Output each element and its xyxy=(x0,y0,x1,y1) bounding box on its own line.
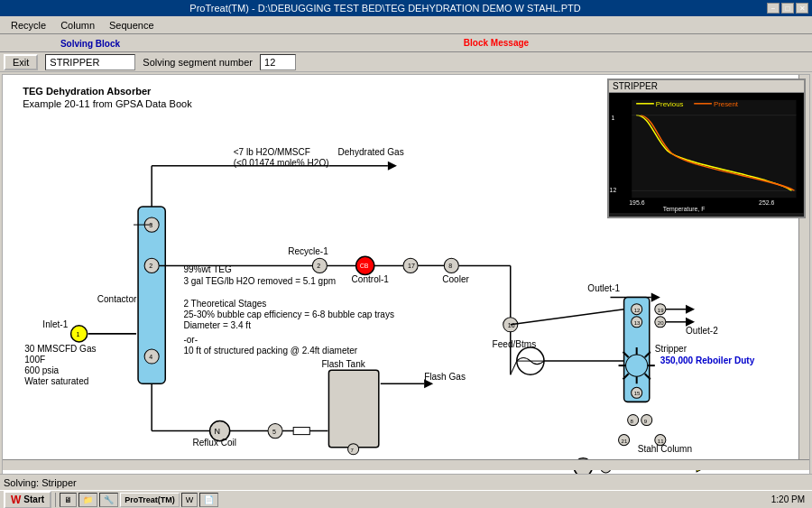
svg-text:2: 2 xyxy=(149,263,152,269)
svg-text:12: 12 xyxy=(634,308,641,313)
stages-3: Diameter = 3.4 ft xyxy=(183,320,251,330)
toolbar: Solving Block Block Message xyxy=(0,34,812,52)
stripper-chart-inner: Previous Present 1 12 195.6 252.6 Temper… xyxy=(609,93,804,213)
svg-text:5: 5 xyxy=(272,429,276,435)
svg-text:15: 15 xyxy=(634,391,641,396)
taskbar-app-2[interactable]: 📁 xyxy=(78,493,97,507)
svg-text:1: 1 xyxy=(612,115,615,121)
diagram-title-1: TEG Dehydration Absorber xyxy=(23,86,152,97)
svg-text:21: 21 xyxy=(622,439,628,444)
reflux-coil-label: Reflux Coil xyxy=(192,438,236,448)
diagram-area: TEG Dehydration Absorber Example 20-11 f… xyxy=(2,74,810,489)
svg-text:4: 4 xyxy=(149,354,152,360)
taskbar-app-5[interactable]: 📄 xyxy=(199,493,218,507)
title-bar-buttons: − □ ✕ xyxy=(767,3,808,14)
svg-text:Previous: Previous xyxy=(656,100,684,108)
title-bar: ProTreat(TM) - D:\DEBUGGING TEST BED\TEG… xyxy=(0,0,812,16)
svg-text:CB: CB xyxy=(360,263,369,269)
svg-text:2: 2 xyxy=(317,263,320,269)
minimize-button[interactable]: − xyxy=(767,3,780,14)
flash-tank-label: Flash Tank xyxy=(321,359,365,369)
svg-text:3: 3 xyxy=(149,222,152,228)
stages-4: 10 ft of structured packing @ 2.4ft diam… xyxy=(183,346,357,356)
stripper-chart-title: STRIPPER xyxy=(609,80,804,93)
recycle1-label: Recycle-1 xyxy=(288,246,328,256)
stages-2: 25-30% bubble cap efficiency = 6-8 bubbl… xyxy=(183,309,394,319)
inlet-spec-4: Water saturated xyxy=(24,376,88,386)
reboiler-label: 350,000 Reboiler Duty xyxy=(660,356,755,365)
horizontal-scrollbar[interactable] xyxy=(3,459,809,470)
outlet2-label: Outlet-2 xyxy=(686,326,718,336)
stripper-field: STRIPPER xyxy=(45,54,135,70)
svg-text:20: 20 xyxy=(658,320,664,326)
taskbar: W Start 🖥 📁 🔧 ProTreat(TM) W 📄 1:20 PM xyxy=(0,490,812,508)
svg-text:13: 13 xyxy=(634,320,641,326)
exit-button[interactable]: Exit xyxy=(4,54,38,70)
flash-tank-vessel xyxy=(328,370,378,448)
start-button[interactable]: W Start xyxy=(4,491,51,509)
segment-label: Solving segment number xyxy=(143,57,253,68)
menu-column[interactable]: Column xyxy=(53,18,102,32)
inlet-spec-2: 100F xyxy=(24,355,45,365)
toolbar-solving-block: Solving Block xyxy=(0,38,180,49)
inlet-spec-3: 600 psia xyxy=(24,365,59,375)
stahl-column-label: Stahl Column xyxy=(638,444,692,454)
window-title: ProTreat(TM) - D:\DEBUGGING TEST BED\TEG… xyxy=(4,3,767,14)
sub-toolbar: Exit STRIPPER Solving segment number 12 xyxy=(0,52,812,72)
svg-text:195.6: 195.6 xyxy=(629,199,644,206)
teg-label-2: 3 gal TEG/lb H2O removed = 5.1 gpm xyxy=(183,276,336,286)
menu-bar: Recycle Column Sequence xyxy=(0,16,812,34)
svg-text:19: 19 xyxy=(658,308,664,313)
svg-text:Present: Present xyxy=(714,100,739,108)
stripper-chart-svg: Previous Present 1 12 195.6 252.6 Temper… xyxy=(609,93,804,213)
close-button[interactable]: ✕ xyxy=(796,3,808,14)
stages-1: 2 Theoretical Stages xyxy=(183,299,266,309)
maximize-button[interactable]: □ xyxy=(781,3,794,14)
stripper-chart: STRIPPER Previous Present 1 12 195.6 252… xyxy=(607,79,806,218)
taskbar-time: 1:20 PM xyxy=(768,494,808,504)
taskbar-app-1[interactable]: 🖥 xyxy=(60,493,77,507)
taskbar-divider xyxy=(55,493,56,507)
dehydrated-gas-label: <7 lb H2O/MMSCF xyxy=(234,147,310,157)
svg-text:252.6: 252.6 xyxy=(759,199,774,206)
svg-text:1: 1 xyxy=(77,331,80,337)
toolbar-block-message: Block Message xyxy=(180,38,812,48)
svg-text:17: 17 xyxy=(408,263,415,269)
svg-text:8: 8 xyxy=(448,263,452,269)
taskbar-protreattm[interactable]: ProTreat(TM) xyxy=(120,493,180,507)
flash-gas-label: Flash Gas xyxy=(424,372,466,382)
menu-recycle[interactable]: Recycle xyxy=(4,18,53,32)
menu-sequence[interactable]: Sequence xyxy=(102,18,161,32)
cooler-label: Cooler xyxy=(442,274,469,284)
stripper-label: Stripper xyxy=(655,344,687,354)
svg-text:Temperature, F: Temperature, F xyxy=(663,206,706,213)
segment-value: 12 xyxy=(260,54,296,70)
svg-text:N: N xyxy=(215,427,221,436)
dehydrated-gas-arrow: Dehydrated Gas xyxy=(338,147,404,157)
status-text: Solving: Stripper xyxy=(4,477,77,488)
outlet1-label: Outlet-1 xyxy=(587,283,620,293)
control1-label: Control-1 xyxy=(352,274,390,284)
svg-text:12: 12 xyxy=(610,187,617,193)
stages-or: -or- xyxy=(183,335,198,345)
valve-symbol xyxy=(293,428,309,435)
taskbar-app-4[interactable]: W xyxy=(181,493,198,507)
contactor-label: Contactor xyxy=(97,294,137,304)
status-bar: Solving: Stripper xyxy=(0,474,812,490)
diagram-title-2: Example 20-11 from GPSA Data Book xyxy=(23,98,192,109)
taskbar-app-3[interactable]: 🔧 xyxy=(99,493,118,507)
taskbar-apps: 🖥 📁 🔧 ProTreat(TM) W 📄 xyxy=(60,493,764,507)
inlet-label: Inlet-1 xyxy=(42,319,68,329)
svg-text:11: 11 xyxy=(658,439,664,444)
inlet-spec-1: 30 MMSCFD Gas xyxy=(24,344,96,354)
